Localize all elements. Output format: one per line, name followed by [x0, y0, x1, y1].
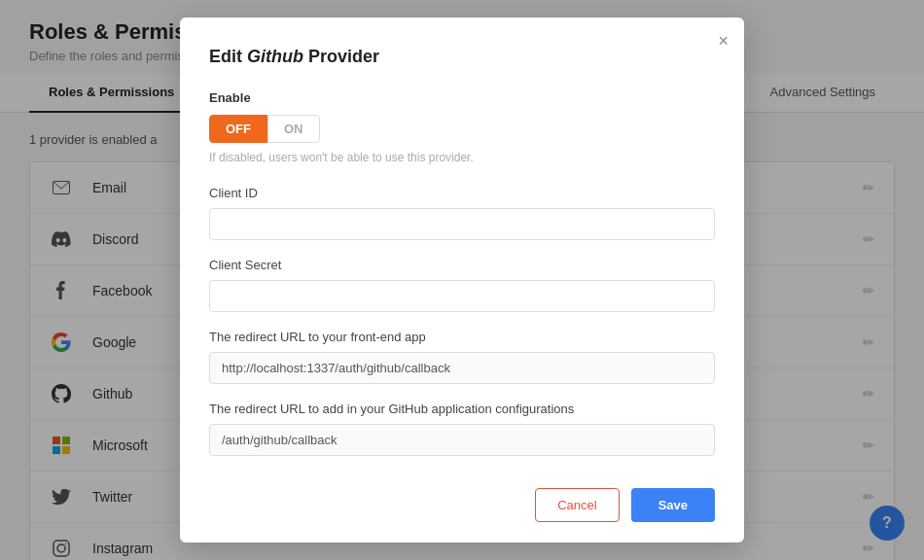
modal-overlay: × Edit Github Provider Enable OFF ON If …	[0, 0, 924, 560]
client-secret-field: Client Secret	[209, 258, 715, 312]
helper-text: If disabled, users won't be able to use …	[209, 151, 715, 164]
background-page: Roles & Permissions Define the roles and…	[0, 0, 924, 560]
enable-label: Enable	[209, 90, 715, 105]
toggle-off-button[interactable]: OFF	[209, 115, 267, 143]
client-id-input[interactable]	[209, 208, 715, 240]
modal-title: Edit Github Provider	[209, 47, 715, 67]
enable-section: Enable OFF ON If disabled, users won't b…	[209, 90, 715, 164]
client-id-field: Client ID	[209, 186, 715, 240]
modal-footer: Cancel Save	[209, 473, 715, 522]
redirect-url-label: The redirect URL to your front-end app	[209, 330, 715, 344]
modal-close-button[interactable]: ×	[718, 31, 729, 52]
client-secret-input[interactable]	[209, 280, 715, 312]
github-redirect-input[interactable]	[209, 424, 715, 456]
redirect-url-field: The redirect URL to your front-end app	[209, 330, 715, 384]
toggle-on-button[interactable]: ON	[267, 115, 320, 143]
redirect-url-input[interactable]	[209, 352, 715, 384]
edit-github-modal: × Edit Github Provider Enable OFF ON If …	[180, 18, 744, 542]
github-redirect-label: The redirect URL to add in your GitHub a…	[209, 402, 715, 416]
client-secret-label: Client Secret	[209, 258, 715, 272]
toggle-group: OFF ON	[209, 115, 715, 143]
save-button[interactable]: Save	[631, 488, 715, 522]
client-id-label: Client ID	[209, 186, 715, 200]
github-redirect-field: The redirect URL to add in your GitHub a…	[209, 402, 715, 456]
cancel-button[interactable]: Cancel	[535, 488, 619, 522]
